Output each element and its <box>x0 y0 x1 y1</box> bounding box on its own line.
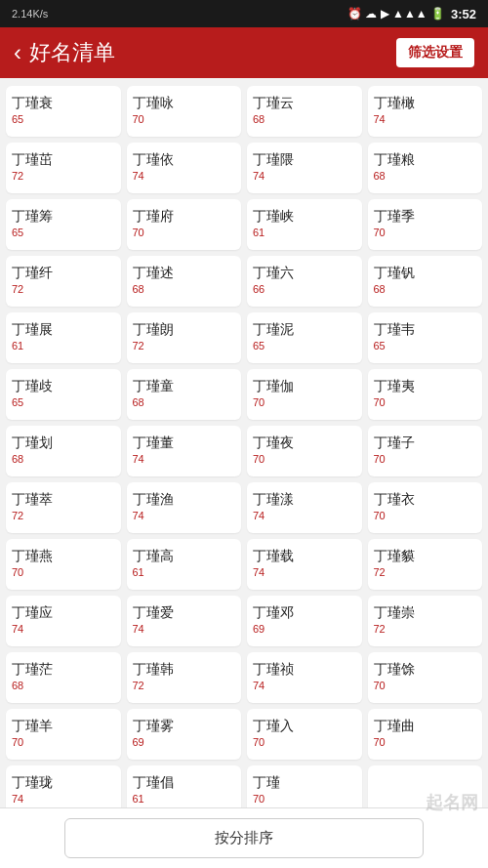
name-text: 丁瑾纤 <box>12 264 53 281</box>
name-text: 丁瑾筹 <box>12 207 53 225</box>
name-card[interactable]: 丁瑾漾74 <box>247 482 362 533</box>
name-text: 丁瑾邓 <box>253 603 294 621</box>
name-score: 65 <box>253 340 264 351</box>
name-text: 丁瑾夜 <box>253 434 294 451</box>
name-score: 70 <box>374 396 386 408</box>
name-card[interactable]: 丁瑾夷70 <box>368 369 483 420</box>
name-card[interactable]: 丁瑾渔74 <box>127 482 242 533</box>
status-icons: ⏰ ☁ ▶ ▲▲▲ 🔋 <box>347 7 445 21</box>
name-card[interactable]: 丁瑾峡61 <box>247 199 362 250</box>
name-text: 丁瑾高 <box>133 547 174 564</box>
name-text: 丁瑾峡 <box>253 207 294 225</box>
name-score: 65 <box>12 113 23 125</box>
name-text: 丁瑾萃 <box>12 490 53 508</box>
name-card[interactable]: 丁瑾高61 <box>127 539 242 590</box>
name-score: 68 <box>12 680 23 691</box>
name-score: 72 <box>12 170 23 182</box>
name-card[interactable]: 丁瑾夜70 <box>247 426 362 476</box>
name-score: 74 <box>133 453 144 465</box>
sort-button[interactable]: 按分排序 <box>64 818 424 858</box>
name-card[interactable]: 丁瑾筹65 <box>6 199 121 250</box>
name-score: 65 <box>12 396 23 408</box>
name-card[interactable]: 丁瑾童68 <box>127 369 242 420</box>
name-score: 61 <box>12 340 23 351</box>
name-score: 65 <box>12 227 23 238</box>
name-score: 70 <box>12 736 23 748</box>
name-card[interactable]: 丁瑾述68 <box>127 256 242 307</box>
name-card[interactable]: 丁瑾雾69 <box>127 709 242 760</box>
name-text: 丁瑾划 <box>12 434 53 451</box>
name-card[interactable]: 丁瑾茁72 <box>6 143 121 193</box>
name-card[interactable]: 丁瑾划68 <box>6 426 121 476</box>
name-card[interactable]: 丁瑾邓69 <box>247 596 362 646</box>
name-text: 丁瑾爱 <box>133 603 174 621</box>
name-score: 65 <box>374 340 386 351</box>
back-icon: ‹ <box>14 39 21 66</box>
name-card[interactable]: 丁瑾茫68 <box>6 652 121 703</box>
name-score: 72 <box>133 340 144 351</box>
name-score: 68 <box>253 113 264 125</box>
name-card[interactable]: 丁瑾衣70 <box>368 482 483 533</box>
name-text: 丁瑾韦 <box>374 320 415 338</box>
name-text: 丁瑾韩 <box>133 660 174 678</box>
name-card[interactable]: 丁瑾粮68 <box>368 143 483 193</box>
name-text: 丁瑾貘 <box>374 547 415 564</box>
name-score: 72 <box>374 566 386 578</box>
name-score: 68 <box>12 453 23 465</box>
name-score: 70 <box>374 680 386 691</box>
name-card[interactable]: 丁瑾萃72 <box>6 482 121 533</box>
name-card[interactable]: 丁瑾载74 <box>247 539 362 590</box>
name-card[interactable]: 丁瑾祯74 <box>247 652 362 703</box>
name-score: 72 <box>133 680 144 691</box>
name-card[interactable]: 丁瑾曲70 <box>368 709 483 760</box>
name-card[interactable]: 丁瑾崇72 <box>368 596 483 646</box>
name-card[interactable]: 丁瑾歧65 <box>6 369 121 420</box>
name-card[interactable]: 丁瑾羊70 <box>6 709 121 760</box>
name-card[interactable]: 丁瑾韦65 <box>368 312 483 363</box>
name-card[interactable]: 丁瑾纤72 <box>6 256 121 307</box>
name-score: 74 <box>133 170 144 182</box>
name-score: 74 <box>253 680 264 691</box>
name-card[interactable]: 丁瑾伽70 <box>247 369 362 420</box>
name-card[interactable]: 丁瑾六66 <box>247 256 362 307</box>
name-score: 68 <box>133 396 144 408</box>
name-card[interactable]: 丁瑾应74 <box>6 596 121 646</box>
name-text: 丁瑾府 <box>133 207 174 225</box>
name-score: 74 <box>133 623 144 635</box>
clock: 3:52 <box>451 7 476 21</box>
name-text: 丁瑾崇 <box>374 603 415 621</box>
name-card[interactable]: 丁瑾爱74 <box>127 596 242 646</box>
name-card[interactable]: 丁瑾燕70 <box>6 539 121 590</box>
name-card[interactable]: 丁瑾入70 <box>247 709 362 760</box>
name-card[interactable]: 丁瑾府70 <box>127 199 242 250</box>
name-text: 丁瑾渔 <box>133 490 174 508</box>
name-score: 70 <box>374 510 386 521</box>
name-card[interactable]: 丁瑾季70 <box>368 199 483 250</box>
name-card[interactable]: 丁瑾云68 <box>247 86 362 137</box>
name-score: 70 <box>253 396 264 408</box>
name-card[interactable]: 丁瑾馀70 <box>368 652 483 703</box>
name-score: 61 <box>133 793 144 805</box>
name-text: 丁瑾羊 <box>12 717 53 734</box>
filter-settings-button[interactable]: 筛选设置 <box>396 38 474 67</box>
name-text: 丁瑾朗 <box>133 320 174 338</box>
back-button[interactable]: ‹ 好名清单 <box>14 38 115 67</box>
bottom-bar: 按分排序 <box>0 807 488 868</box>
name-card[interactable]: 丁瑾咏70 <box>127 86 242 137</box>
name-card[interactable]: 丁瑾隈74 <box>247 143 362 193</box>
name-text: 丁瑾燕 <box>12 547 53 564</box>
name-score: 70 <box>374 453 386 465</box>
name-card[interactable]: 丁瑾泥65 <box>247 312 362 363</box>
name-card[interactable]: 丁瑾董74 <box>127 426 242 476</box>
name-card[interactable]: 丁瑾橄74 <box>368 86 483 137</box>
name-card[interactable]: 丁瑾钒68 <box>368 256 483 307</box>
name-card[interactable]: 丁瑾展61 <box>6 312 121 363</box>
name-card[interactable]: 丁瑾貘72 <box>368 539 483 590</box>
status-bar: 2.14K/s ⏰ ☁ ▶ ▲▲▲ 🔋 3:52 <box>0 0 488 27</box>
name-card[interactable]: 丁瑾朗72 <box>127 312 242 363</box>
name-text: 丁瑾咏 <box>133 94 174 111</box>
name-card[interactable]: 丁瑾衰65 <box>6 86 121 137</box>
name-card[interactable]: 丁瑾依74 <box>127 143 242 193</box>
name-card[interactable]: 丁瑾韩72 <box>127 652 242 703</box>
name-card[interactable]: 丁瑾子70 <box>368 426 483 476</box>
